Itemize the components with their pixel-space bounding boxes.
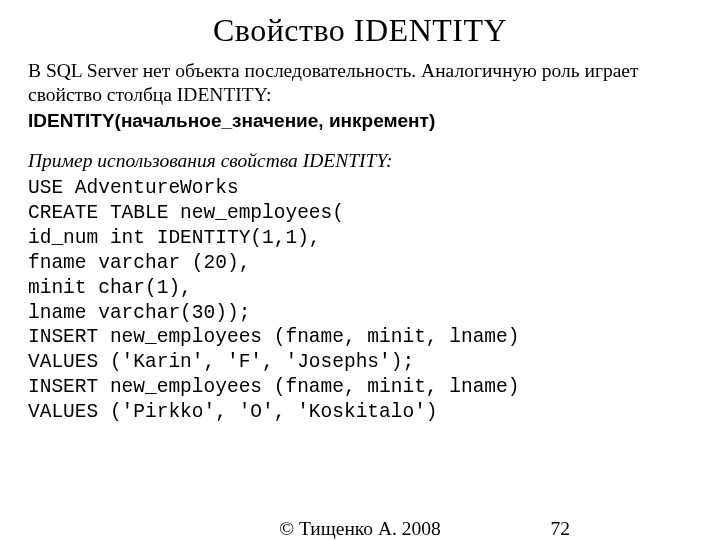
intro-text: В SQL Server нет объекта последовательно… (28, 59, 692, 108)
copyright-text: © Тищенко А. 2008 (279, 518, 441, 540)
slide: Свойство IDENTITY В SQL Server нет объек… (0, 0, 720, 540)
identity-syntax: IDENTITY(начальное_значение, инкремент) (28, 110, 692, 132)
page-title: Свойство IDENTITY (28, 12, 692, 49)
page-number: 72 (551, 518, 571, 540)
code-block: USE AdventureWorks CREATE TABLE new_empl… (28, 176, 692, 426)
example-label: Пример использования свойства IDENTITY: (28, 150, 692, 172)
